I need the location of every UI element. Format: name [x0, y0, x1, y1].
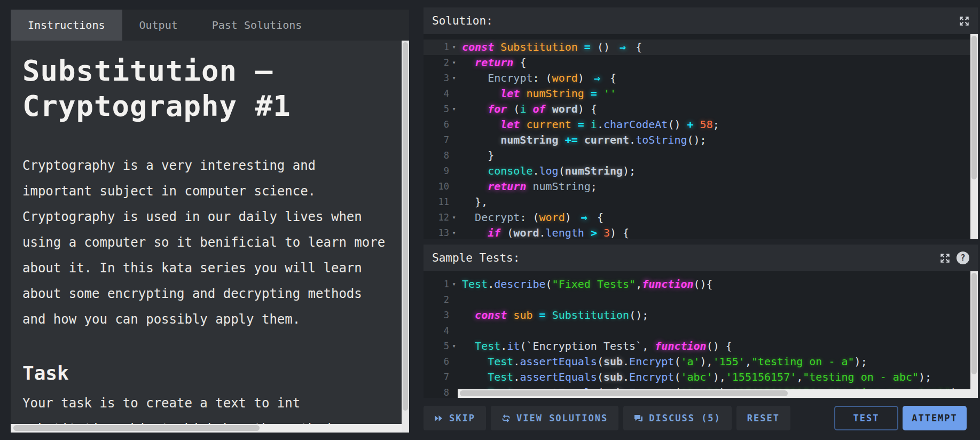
- fold-spacer: [449, 354, 459, 370]
- reset-button[interactable]: RESET: [736, 406, 790, 430]
- tab-instructions[interactable]: Instructions: [11, 10, 122, 41]
- code-token: [546, 309, 552, 321]
- expand-icon[interactable]: [940, 253, 950, 263]
- code-token: ,: [636, 278, 642, 290]
- code-token: >: [591, 226, 597, 239]
- code-token: [462, 87, 500, 100]
- tab-label: Instructions: [28, 19, 105, 32]
- help-icon[interactable]: ?: [957, 252, 969, 264]
- solution-editor[interactable]: 1▾const Substitution = () ⇒ {2▾ return {…: [424, 34, 978, 239]
- fold-toggle-icon[interactable]: ▾: [449, 55, 459, 70]
- expand-icon[interactable]: [959, 16, 969, 26]
- code-token: =: [578, 118, 584, 131]
- code-token: 'abc': [680, 371, 712, 383]
- line-number: 12: [424, 210, 449, 225]
- header-icons: ?: [940, 252, 969, 264]
- vertical-scrollbar[interactable]: [970, 271, 978, 398]
- code-text: const sub = Substitution();: [459, 308, 648, 323]
- code-token: Encrypt: [629, 371, 674, 383]
- code-token: numString: [526, 87, 584, 100]
- code-token: .: [532, 164, 539, 177]
- code-token: },: [462, 195, 488, 208]
- code-text: let numString = '': [459, 86, 616, 101]
- skip-button[interactable]: SKIP: [424, 406, 486, 430]
- fold-toggle-icon[interactable]: ▾: [449, 277, 459, 292]
- code-token: .: [513, 355, 520, 368]
- code-token: '155156157': [726, 371, 796, 383]
- code-token: '155': [713, 355, 745, 368]
- code-token: let: [500, 87, 520, 100]
- code-token: .: [623, 355, 629, 368]
- code-token: +: [687, 118, 694, 131]
- fold-toggle-icon[interactable]: ▾: [449, 70, 459, 86]
- code-token: function: [655, 340, 706, 352]
- code-token: ) {: [610, 226, 629, 239]
- code-line: 9 console.log(numString);: [424, 163, 978, 179]
- tab-output[interactable]: Output: [122, 10, 195, 41]
- code-line: 8 }: [424, 148, 978, 163]
- discuss-button[interactable]: DISCUSS (5): [623, 406, 732, 430]
- fold-spacer: [449, 148, 459, 163]
- code-token: for: [488, 103, 507, 115]
- code-token: : (: [532, 72, 552, 84]
- fold-toggle-icon[interactable]: ▾: [449, 40, 459, 55]
- code-token: (: [597, 371, 603, 383]
- vertical-scrollbar[interactable]: [970, 34, 978, 239]
- code-text: return numString;: [459, 179, 597, 194]
- code-token: Substitution: [500, 41, 578, 53]
- discuss-icon: [634, 414, 643, 422]
- code-token: const: [462, 41, 494, 53]
- code-token: Test: [475, 340, 500, 352]
- scrollbar-thumb[interactable]: [971, 273, 977, 374]
- fold-spacer: [449, 323, 459, 339]
- code-token: word: [513, 226, 539, 239]
- fold-toggle-icon[interactable]: ▾: [449, 225, 459, 239]
- scrollbar-thumb[interactable]: [403, 42, 408, 411]
- solution-header: Solution:: [424, 7, 978, 34]
- code-token: ): [565, 211, 578, 224]
- horizontal-scrollbar[interactable]: [458, 389, 970, 398]
- line-number: 8: [424, 385, 449, 398]
- code-token: [546, 103, 552, 115]
- fold-toggle-icon[interactable]: ▾: [449, 210, 459, 225]
- code-token: [584, 87, 591, 100]
- code-text: Encrypt: (word) ⇒ {: [459, 70, 616, 86]
- code-token: {: [603, 72, 616, 84]
- code-token: 3: [603, 226, 610, 239]
- test-button[interactable]: TEST: [834, 406, 898, 430]
- view-solutions-button[interactable]: VIEW SOLUTIONS: [491, 406, 618, 430]
- attempt-button[interactable]: ATTEMPT: [903, 406, 967, 430]
- code-token: '': [603, 87, 616, 100]
- code-token: [559, 133, 565, 146]
- fold-toggle-icon[interactable]: ▾: [449, 101, 459, 117]
- code-text: let current = i.charCodeAt() + 58;: [459, 117, 719, 132]
- code-token: ⇒: [591, 70, 603, 86]
- horizontal-scrollbar[interactable]: [11, 424, 402, 433]
- scrollbar-thumb[interactable]: [460, 390, 788, 396]
- code-token: .: [500, 340, 507, 352]
- code-token: current: [584, 133, 629, 146]
- button-label: ATTEMPT: [912, 413, 958, 423]
- sample-tests-editor[interactable]: 1▾Test.describe("Fixed Tests",function()…: [424, 271, 978, 398]
- tab-past-solutions[interactable]: Past Solutions: [195, 10, 319, 41]
- code-token: ;: [591, 180, 597, 193]
- code-token: [578, 133, 584, 146]
- code-token: return: [488, 180, 526, 193]
- vertical-scrollbar[interactable]: [402, 41, 409, 433]
- line-number: 2: [424, 55, 449, 70]
- view-solutions-icon: [501, 414, 511, 422]
- tab-label: Past Solutions: [212, 19, 302, 32]
- code-token: .: [488, 278, 494, 290]
- code-line: 3▾ Encrypt: (word) ⇒ {: [424, 70, 978, 86]
- fold-spacer: [449, 117, 459, 132]
- fold-toggle-icon[interactable]: ▾: [449, 339, 459, 354]
- code-text: Test.it(`Encryption Tests`, function() {: [459, 339, 732, 354]
- button-label: DISCUSS (5): [649, 413, 721, 423]
- code-token: sub: [513, 309, 532, 321]
- code-token: (: [559, 164, 565, 177]
- scrollbar-thumb[interactable]: [971, 36, 977, 179]
- code-text: numString += current.toString();: [459, 132, 707, 148]
- scrollbar-thumb[interactable]: [13, 425, 260, 431]
- sample-tests-panel: Sample Tests: ? 1▾Test.describe("Fixed T…: [424, 245, 978, 398]
- skip-icon: [434, 415, 443, 422]
